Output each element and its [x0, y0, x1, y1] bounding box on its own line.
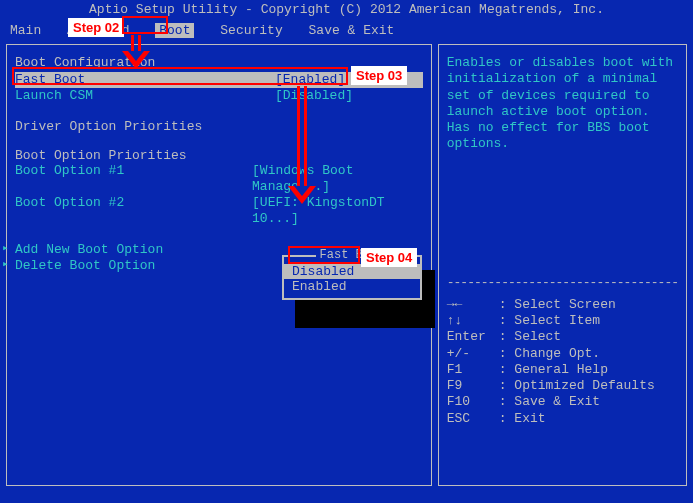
boot-option-1-value: [Windows Boot Manage...] — [252, 163, 423, 196]
menu-main[interactable]: Main — [10, 23, 41, 38]
menu-boot[interactable]: Boot — [155, 23, 194, 38]
popup-option-disabled[interactable]: Disabled — [284, 264, 420, 279]
boot-priorities-header: Boot Option Priorities — [15, 148, 423, 163]
help-key-f10: F10: Save & Exit — [447, 394, 678, 410]
menu-save-exit[interactable]: Save & Exit — [309, 23, 395, 38]
fast-boot-label: Fast Boot — [15, 72, 275, 88]
boot-option-1-label: Boot Option #1 — [15, 163, 252, 196]
help-key-f1: F1: General Help — [447, 362, 678, 378]
help-pane: Enables or disables boot with initializa… — [438, 44, 687, 486]
help-description: Enables or disables boot with initializa… — [447, 55, 678, 153]
launch-csm-label: Launch CSM — [15, 88, 275, 104]
help-key-change-opt: +/-: Change Opt. — [447, 346, 678, 362]
menu-advanced[interactable]: Advanced — [67, 23, 129, 38]
popup-option-enabled[interactable]: Enabled — [284, 279, 420, 294]
help-key-select-item: ↑↓: Select Item — [447, 313, 678, 329]
help-key-select-screen: →←: Select Screen — [447, 297, 678, 313]
menu-bar: Main Advanced Boot Security Save & Exit — [0, 21, 693, 44]
boot-option-1-row[interactable]: Boot Option #1 [Windows Boot Manage...] — [15, 163, 423, 196]
help-key-esc: ESC: Exit — [447, 411, 678, 427]
launch-csm-row[interactable]: Launch CSM [Disabled] — [15, 88, 423, 104]
launch-csm-value: [Disabled] — [275, 88, 353, 104]
popup-title: Fast Boot — [284, 248, 420, 262]
fast-boot-row[interactable]: Fast Boot [Enabled] — [15, 72, 423, 88]
main-pane: Boot Configuration Fast Boot [Enabled] L… — [6, 44, 432, 486]
boot-option-2-row[interactable]: Boot Option #2 [UEFI: KingstonDT 10...] — [15, 195, 423, 228]
menu-security[interactable]: Security — [220, 23, 282, 38]
boot-option-2-label: Boot Option #2 — [15, 195, 252, 228]
help-key-f9: F9: Optimized Defaults — [447, 378, 678, 394]
boot-option-2-value: [UEFI: KingstonDT 10...] — [252, 195, 423, 228]
fast-boot-popup: Fast Boot Disabled Enabled — [282, 255, 422, 300]
boot-config-header: Boot Configuration — [15, 55, 423, 70]
fast-boot-value: [Enabled] — [275, 72, 345, 88]
help-separator: ---------------------------------- — [447, 275, 678, 291]
driver-priorities-header: Driver Option Priorities — [15, 119, 423, 134]
help-key-enter: Enter: Select — [447, 329, 678, 345]
bios-title: Aptio Setup Utility - Copyright (C) 2012… — [0, 0, 693, 21]
